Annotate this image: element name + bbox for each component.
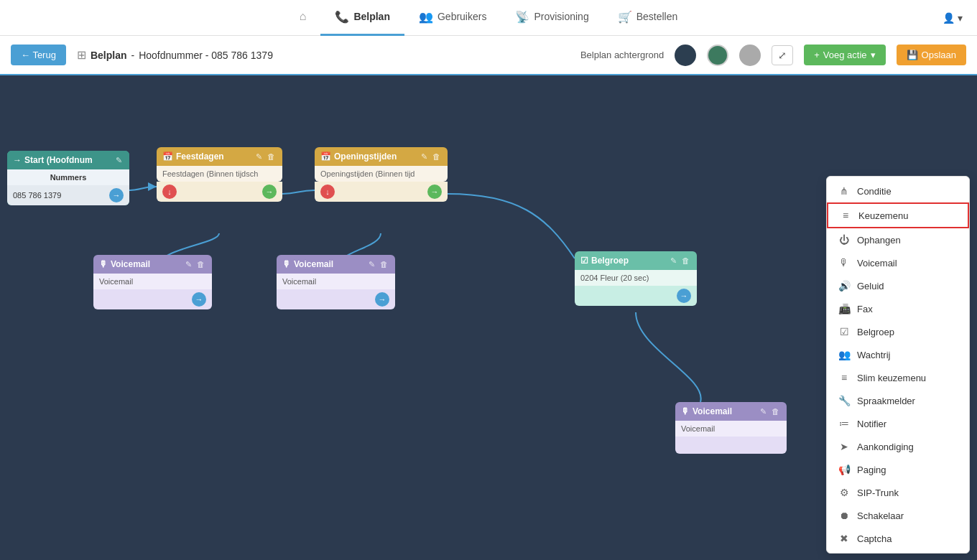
slim-keuzemenu-icon: ≡ bbox=[838, 372, 850, 383]
dropdown-item-conditie[interactable]: ⋔ Conditie bbox=[827, 179, 969, 202]
voicemail-2-node[interactable]: 🎙 Voicemail ✎ 🗑 Voicemail → bbox=[277, 255, 395, 309]
start-connector[interactable]: → bbox=[109, 188, 124, 202]
plus-icon: + bbox=[814, 50, 820, 60]
dropdown-item-belgroep[interactable]: ☑ Belgroep bbox=[827, 320, 969, 343]
belgroep-node[interactable]: ☑ Belgroep ✎ 🗑 0204 Fleur (20 sec) → bbox=[575, 251, 697, 306]
start-node[interactable]: → Start (Hoofdnum ✎ Nummers 085 786 1379… bbox=[7, 151, 129, 205]
start-edit-btn[interactable]: ✎ bbox=[114, 156, 124, 165]
belgroep-delete-btn[interactable]: 🗑 bbox=[680, 256, 691, 266]
mic2-icon: 🎙 bbox=[282, 259, 291, 269]
feestdagen-node[interactable]: 📅 Feestdagen ✎ 🗑 Feestdagen (Binnen tijd… bbox=[157, 147, 282, 202]
ophangen-icon: ⏻ bbox=[838, 234, 850, 246]
dropdown-item-geluid[interactable]: 🔊 Geluid bbox=[827, 274, 969, 297]
voicemail-3-node[interactable]: 🎙 Voicemail ✎ 🗑 Voicemail bbox=[675, 402, 787, 454]
vm2-edit-btn[interactable]: ✎ bbox=[367, 260, 376, 269]
dropdown-item-wachtrij[interactable]: 👥 Wachtrij bbox=[827, 343, 969, 366]
vm3-delete-btn[interactable]: 🗑 bbox=[770, 407, 781, 416]
color-dark[interactable] bbox=[675, 45, 696, 66]
phone-icon: 📞 bbox=[335, 10, 349, 24]
top-navigation: ⌂ 📞 Belplan 👥 Gebruikers 📡 Provisioning … bbox=[0, 0, 977, 36]
dropdown-item-sip-trunk[interactable]: ⚙ SIP-Trunk bbox=[827, 481, 969, 504]
voicemail-1-body: Voicemail bbox=[93, 274, 212, 289]
captcha-icon: ✖ bbox=[838, 533, 850, 544]
spraakmelder-icon: 🔧 bbox=[838, 395, 850, 406]
geluid-icon: 🔊 bbox=[838, 280, 850, 291]
dropdown-item-keuzemenu[interactable]: ≡ Keuzemenu bbox=[827, 202, 969, 228]
openingstijden-connector-red[interactable]: ↓ bbox=[320, 185, 335, 199]
dropdown-item-schakelaar[interactable]: ⏺ Schakelaar bbox=[827, 504, 969, 527]
voicemail-1-node[interactable]: 🎙 Voicemail ✎ 🗑 Voicemail → bbox=[93, 255, 212, 309]
belgroep-body: 0204 Fleur (20 sec) bbox=[575, 270, 697, 286]
notifier-icon: ≔ bbox=[838, 418, 850, 429]
nav-gebruikers[interactable]: 👥 Gebruikers bbox=[404, 0, 501, 36]
back-button[interactable]: ← Terug bbox=[11, 45, 66, 65]
openingstijden-edit-btn[interactable]: ✎ bbox=[420, 152, 429, 162]
openingstijden-connector-green[interactable]: → bbox=[427, 185, 442, 199]
voicemail-3-body: Voicemail bbox=[675, 421, 787, 437]
vm1-edit-btn[interactable]: ✎ bbox=[184, 260, 193, 269]
vm1-connector[interactable]: → bbox=[192, 292, 206, 307]
arrow-icon: → bbox=[13, 155, 22, 165]
nav-provisioning[interactable]: 📡 Provisioning bbox=[501, 0, 603, 36]
breadcrumb-sub: Hoofdnummer - 085 786 1379 bbox=[139, 50, 273, 61]
user-menu[interactable]: 👤 ▾ bbox=[943, 12, 963, 24]
bg-label: Belplan achtergrond bbox=[580, 50, 664, 60]
openingstijden-node[interactable]: 📅 Openingstijden ✎ 🗑 Openingstijden (Bin… bbox=[315, 147, 448, 202]
expand-button[interactable]: ⤢ bbox=[772, 45, 793, 65]
vm2-connector[interactable]: → bbox=[375, 292, 389, 307]
mic1-icon: 🎙 bbox=[99, 259, 108, 269]
belgroep-dd-icon: ☑ bbox=[838, 326, 850, 337]
voicemail-icon: 🎙 bbox=[838, 257, 850, 269]
openingstijden-body: Openingstijden (Binnen tijd bbox=[315, 166, 448, 182]
dropdown-item-aankondiging[interactable]: ➤ Aankondiging bbox=[827, 435, 969, 458]
color-gray[interactable] bbox=[739, 45, 761, 66]
nav-belplan[interactable]: 📞 Belplan bbox=[320, 0, 404, 36]
paging-icon: 📢 bbox=[838, 464, 850, 475]
add-action-button[interactable]: + + Voeg actie Voeg actie ▾ bbox=[804, 45, 885, 65]
flow-canvas: → Start (Hoofdnum ✎ Nummers 085 786 1379… bbox=[0, 75, 977, 560]
nav-items: ⌂ 📞 Belplan 👥 Gebruikers 📡 Provisioning … bbox=[285, 0, 693, 36]
feestdagen-delete-btn[interactable]: 🗑 bbox=[266, 152, 277, 162]
voicemail-2-header: 🎙 Voicemail ✎ 🗑 bbox=[277, 255, 395, 274]
dropdown-item-slim-keuzemenu[interactable]: ≡ Slim keuzemenu bbox=[827, 366, 969, 389]
user-dropdown-arrow: ▾ bbox=[958, 12, 963, 24]
dropdown-item-captcha[interactable]: ✖ Captcha bbox=[827, 527, 969, 550]
nav-bestellen[interactable]: 🛒 Bestellen bbox=[603, 0, 693, 36]
fax-icon: 📠 bbox=[838, 303, 850, 314]
openingstijden-header: 📅 Openingstijden ✎ 🗑 bbox=[315, 147, 448, 166]
belgroep-edit-btn[interactable]: ✎ bbox=[669, 256, 678, 266]
nav-home[interactable]: ⌂ bbox=[285, 0, 321, 36]
sip-trunk-icon: ⚙ bbox=[838, 487, 850, 498]
voicemail-1-header: 🎙 Voicemail ✎ 🗑 bbox=[93, 255, 212, 274]
belgroep-header: ☑ Belgroep ✎ 🗑 bbox=[575, 251, 697, 270]
dropdown-item-spraakmelder[interactable]: 🔧 Spraakmelder bbox=[827, 389, 969, 412]
save-button[interactable]: 💾 Opslaan bbox=[897, 45, 966, 65]
belgroep-connector[interactable]: → bbox=[677, 289, 691, 303]
openingstijden-delete-btn[interactable]: 🗑 bbox=[431, 152, 442, 162]
dropdown-item-paging[interactable]: 📢 Paging bbox=[827, 458, 969, 481]
start-node-body: Nummers bbox=[7, 169, 129, 185]
color-green[interactable] bbox=[707, 45, 728, 66]
breadcrumb-sep: - bbox=[131, 50, 134, 61]
vm3-edit-btn[interactable]: ✎ bbox=[759, 407, 768, 416]
save-icon: 💾 bbox=[907, 50, 918, 60]
dropdown-item-voicemail[interactable]: 🎙 Voicemail bbox=[827, 251, 969, 274]
feestdagen-connector-green[interactable]: → bbox=[262, 185, 277, 199]
vm1-delete-btn[interactable]: 🗑 bbox=[195, 260, 206, 269]
expand-icon: ⤢ bbox=[778, 50, 787, 61]
breadcrumb: ⊞ Belplan - Hoofdnummer - 085 786 1379 bbox=[77, 48, 273, 62]
schakelaar-icon: ⏺ bbox=[838, 510, 850, 521]
vm2-delete-btn[interactable]: 🗑 bbox=[379, 260, 389, 269]
dropdown-item-fax[interactable]: 📠 Fax bbox=[827, 297, 969, 320]
conditie-icon: ⋔ bbox=[838, 185, 850, 197]
dropdown-item-ophangen[interactable]: ⏻ Ophangen bbox=[827, 228, 969, 251]
calendar2-icon: 📅 bbox=[320, 151, 331, 162]
cart-icon: 🛒 bbox=[618, 10, 632, 24]
feestdagen-connector-red[interactable]: ↓ bbox=[162, 185, 177, 199]
feestdagen-header: 📅 Feestdagen ✎ 🗑 bbox=[157, 147, 282, 166]
keuzemenu-icon: ≡ bbox=[840, 210, 851, 221]
feestdagen-edit-btn[interactable]: ✎ bbox=[254, 152, 264, 162]
belgroep-icon: ☑ bbox=[580, 256, 588, 266]
dropdown-item-notifier[interactable]: ≔ Notifier bbox=[827, 412, 969, 435]
feestdagen-body: Feestdagen (Binnen tijdsch bbox=[157, 166, 282, 182]
